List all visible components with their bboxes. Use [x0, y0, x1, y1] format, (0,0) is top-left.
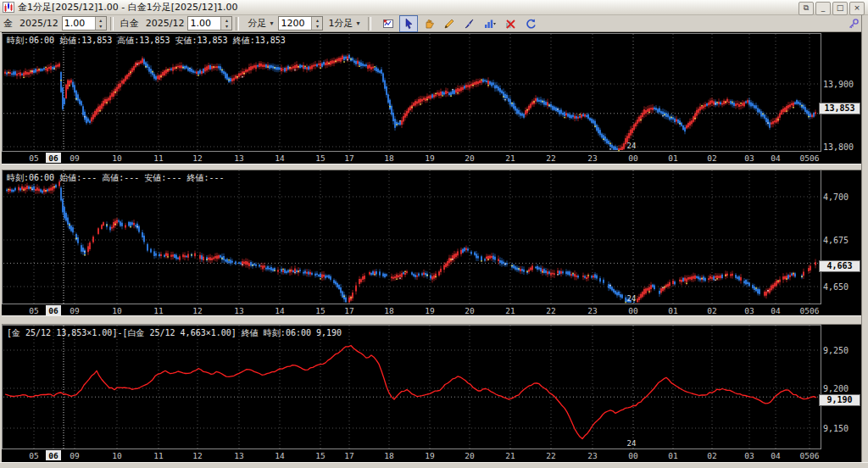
- platinum-panel-info: 時刻:06:00 始値:--- 高値:--- 安値:--- 終値:---: [7, 172, 225, 184]
- svg-text:12: 12: [192, 153, 202, 163]
- svg-text:18: 18: [384, 451, 394, 460]
- svg-text:13,900: 13,900: [823, 80, 854, 89]
- svg-text:14: 14: [275, 306, 285, 315]
- svg-text:19: 19: [425, 306, 435, 315]
- app-icon: [3, 2, 14, 13]
- svg-text:05: 05: [29, 153, 38, 163]
- svg-text:24: 24: [627, 294, 637, 303]
- svg-text:18: 18: [384, 153, 394, 163]
- svg-text:12: 12: [192, 451, 202, 460]
- svg-text:00: 00: [628, 306, 638, 315]
- bar-count-spinner-arrows[interactable]: ▴▾: [311, 17, 322, 30]
- gold-current-price-box: 13,853: [819, 103, 860, 114]
- svg-text:4,675: 4,675: [823, 236, 849, 245]
- platinum-spinner-arrows[interactable]: ▴▾: [220, 17, 231, 30]
- svg-text:4,650: 4,650: [823, 282, 849, 292]
- svg-text:20: 20: [465, 153, 475, 163]
- svg-text:18: 18: [384, 306, 394, 315]
- svg-text:14: 14: [275, 153, 285, 163]
- svg-text:05: 05: [29, 451, 38, 460]
- maximize-button[interactable]: □: [832, 2, 848, 15]
- svg-text:10: 10: [112, 451, 122, 460]
- chart-area: 2405060910111213141517181920212223000102…: [2, 32, 861, 462]
- bar-type-dropdown[interactable]: 分足▾: [244, 16, 276, 31]
- platinum-multiplier-input[interactable]: [188, 18, 220, 29]
- svg-text:03: 03: [744, 451, 754, 460]
- svg-text:4,700: 4,700: [823, 192, 849, 202]
- chart-window: 金1分足[2025/12]1.00 - 白金1分足[2025/12]1.00 ⧉…: [0, 0, 868, 468]
- svg-text:01: 01: [668, 451, 678, 460]
- svg-text:02: 02: [707, 306, 716, 315]
- svg-text:10: 10: [112, 153, 122, 163]
- svg-text:04: 04: [771, 153, 781, 163]
- pen-draw-tool[interactable]: [460, 15, 479, 32]
- gold-panel-info: 時刻:06:00 始値:13,853 高値:13,853 安値:13,853 終…: [7, 35, 286, 47]
- select-tool[interactable]: [399, 15, 418, 32]
- svg-text:21: 21: [505, 306, 515, 315]
- svg-text:00: 00: [628, 451, 638, 460]
- svg-text:9,150: 9,150: [823, 424, 849, 433]
- tool-buttons-group: [378, 15, 541, 32]
- svg-text:06: 06: [48, 153, 58, 163]
- panel-separator[interactable]: [2, 315, 861, 325]
- chart-cursor-tool[interactable]: [379, 15, 398, 32]
- svg-text:10: 10: [112, 306, 122, 315]
- delete-drawings-tool[interactable]: [501, 15, 520, 32]
- svg-text:04: 04: [771, 451, 781, 460]
- platinum-current-price-box: 4,663: [819, 260, 860, 272]
- bar-count-spinner[interactable]: ▴▾: [278, 16, 323, 31]
- svg-text:0506: 0506: [800, 306, 820, 315]
- svg-text:9,200: 9,200: [823, 384, 849, 393]
- svg-text:04: 04: [771, 306, 781, 315]
- panel-separator[interactable]: [2, 164, 861, 170]
- spread-panel-info: [金 25/12 13,853×1.00]-[白金 25/12 4,663×1.…: [7, 327, 342, 339]
- svg-text:13: 13: [234, 451, 243, 460]
- svg-text:13,800: 13,800: [823, 142, 854, 152]
- svg-text:22: 22: [546, 306, 555, 315]
- gold-spinner-arrows[interactable]: ▴▾: [95, 17, 106, 30]
- close-button[interactable]: ×: [849, 2, 865, 15]
- window-title: 金1分足[2025/12]1.00 - 白金1分足[2025/12]1.00: [18, 1, 238, 14]
- key-icon[interactable]: [846, 17, 861, 31]
- platinum-symbol-label: 白金: [120, 17, 139, 30]
- float-button[interactable]: ⧉: [798, 2, 814, 15]
- svg-text:12: 12: [192, 306, 202, 315]
- svg-text:06: 06: [48, 451, 58, 460]
- pan-hand-tool[interactable]: [420, 15, 438, 32]
- chevron-down-icon: ▾: [270, 20, 273, 27]
- platinum-multiplier-spinner[interactable]: ▴▾: [187, 16, 232, 31]
- pencil-draw-tool[interactable]: [440, 15, 459, 32]
- svg-text:15: 15: [315, 153, 325, 163]
- svg-text:05: 05: [29, 306, 38, 315]
- svg-text:03: 03: [744, 153, 754, 163]
- svg-text:01: 01: [668, 306, 678, 315]
- interval-dropdown[interactable]: 1分足▾: [325, 16, 363, 31]
- svg-text:17: 17: [344, 451, 353, 460]
- gold-multiplier-spinner[interactable]: ▴▾: [62, 16, 107, 31]
- svg-text:09: 09: [70, 306, 80, 315]
- svg-text:13: 13: [234, 153, 243, 163]
- gold-month-label: 2025/12: [19, 18, 58, 29]
- svg-text:20: 20: [465, 306, 475, 315]
- minimize-button[interactable]: _: [815, 2, 831, 15]
- chart-type-dropdown[interactable]: [481, 15, 499, 32]
- title-bar[interactable]: 金1分足[2025/12]1.00 - 白金1分足[2025/12]1.00 ⧉…: [0, 0, 868, 15]
- charts-svg[interactable]: 2405060910111213141517181920212223000102…: [2, 32, 861, 462]
- svg-text:0506: 0506: [800, 153, 820, 163]
- bar-count-input[interactable]: [279, 18, 311, 29]
- svg-text:11: 11: [153, 451, 164, 460]
- svg-text:0506: 0506: [800, 451, 820, 460]
- toolbar-separator: [236, 17, 239, 31]
- svg-text:20: 20: [465, 451, 475, 460]
- gold-multiplier-input[interactable]: [63, 18, 95, 29]
- svg-text:06: 06: [48, 306, 58, 315]
- svg-text:21: 21: [505, 153, 515, 163]
- refresh-tool[interactable]: [521, 15, 540, 32]
- window-buttons: ⧉_□×: [798, 2, 865, 15]
- svg-text:03: 03: [744, 306, 754, 315]
- svg-text:11: 11: [153, 306, 164, 315]
- svg-text:09: 09: [70, 153, 80, 163]
- svg-text:11: 11: [153, 153, 164, 163]
- svg-text:9,250: 9,250: [823, 346, 849, 355]
- chevron-down-icon: ▾: [356, 20, 359, 27]
